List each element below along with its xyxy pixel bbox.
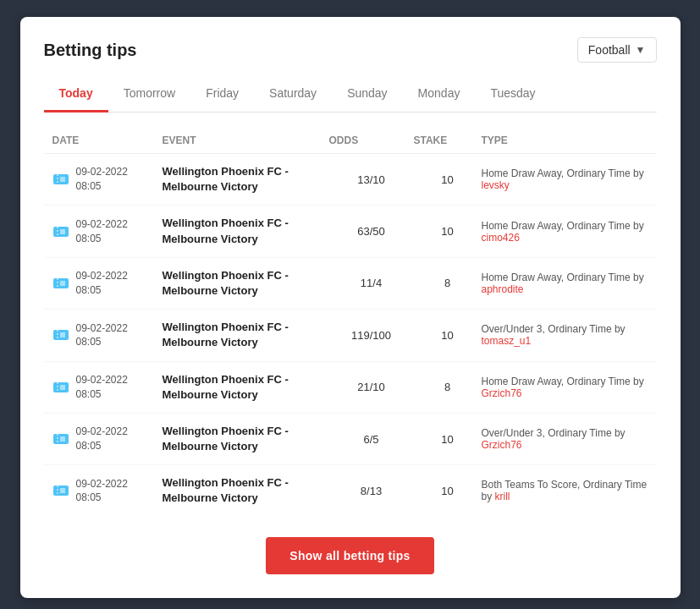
type-cell: Both Teams To Score, Ordinary Time by kr… [482,479,648,502]
stake-cell: 10 [414,433,482,446]
column-header-date: DATE [52,134,163,146]
user-link[interactable]: krill [495,491,510,502]
date-cell: 09-02-202208:05 [52,269,163,298]
card-header: Betting tips Football ▼ [44,37,657,63]
type-cell: Over/Under 3, Ordinary Time by tomasz_u1 [482,323,648,347]
odds-cell: 21/10 [329,381,414,393]
date-cell: 09-02-202208:05 [52,477,163,506]
date-cell: 09-02-202208:05 [52,217,163,246]
stake-cell: 10 [414,485,482,497]
ticket-icon [52,326,69,343]
type-prefix: Home Draw Away, Ordinary Time by [482,167,644,179]
tab-tomorrow[interactable]: Tomorrow [108,80,190,112]
ticket-icon [52,379,69,396]
odds-cell: 63/50 [329,225,414,238]
type-prefix: Over/Under 3, Ordinary Time by [482,427,626,439]
type-prefix: Home Draw Away, Ordinary Time by [482,272,644,283]
odds-cell: 6/5 [329,433,414,446]
event-cell: Wellington Phoenix FC - Melbourne Victor… [163,320,329,350]
column-header-event: EVENT [163,134,329,146]
type-prefix: Home Draw Away, Ordinary Time by [482,376,644,387]
table-body: 09-02-202208:05Wellington Phoenix FC - M… [44,154,657,517]
page-title: Betting tips [44,41,137,60]
stake-cell: 10 [414,329,482,342]
type-cell: Home Draw Away, Ordinary Time by cimo426 [482,220,648,244]
tab-monday[interactable]: Monday [403,80,476,112]
date-text: 09-02-202208:05 [76,373,128,402]
ticket-icon [52,482,69,499]
date-text: 09-02-202208:05 [76,477,128,506]
event-cell: Wellington Phoenix FC - Melbourne Victor… [163,268,329,299]
table-header: DATEEVENTODDSSTAKETYPE [44,128,657,154]
odds-cell: 11/4 [329,277,414,289]
column-header-odds: ODDS [329,134,414,146]
sport-filter-label: Football [588,43,631,57]
odds-cell: 13/10 [329,173,414,186]
tab-tuesday[interactable]: Tuesday [475,80,550,112]
stake-cell: 8 [414,381,482,393]
odds-cell: 8/13 [329,485,414,497]
table-row: 09-02-202208:05Wellington Phoenix FC - M… [44,414,657,465]
table-row: 09-02-202208:05Wellington Phoenix FC - M… [44,465,657,516]
event-cell: Wellington Phoenix FC - Melbourne Victor… [163,424,329,454]
date-cell: 09-02-202208:05 [52,425,163,453]
table-row: 09-02-202208:05Wellington Phoenix FC - M… [44,154,657,206]
stake-cell: 10 [414,173,482,186]
chevron-down-icon: ▼ [636,44,646,56]
date-text: 09-02-202208:05 [76,321,128,350]
show-all-button[interactable]: Show all betting tips [266,537,433,574]
user-link[interactable]: tomasz_u1 [482,335,532,347]
user-link[interactable]: Grzich76 [482,439,522,451]
date-text: 09-02-202208:05 [76,217,128,246]
stake-cell: 10 [414,225,482,238]
date-cell: 09-02-202208:05 [52,321,163,350]
event-cell: Wellington Phoenix FC - Melbourne Victor… [163,164,329,195]
ticket-icon [52,223,69,240]
stake-cell: 8 [414,277,482,289]
type-cell: Over/Under 3, Ordinary Time by Grzich76 [482,427,648,451]
type-cell: Home Draw Away, Ordinary Time by aphrodi… [482,272,648,295]
event-cell: Wellington Phoenix FC - Melbourne Victor… [163,475,329,506]
sport-filter-button[interactable]: Football ▼ [577,37,657,63]
table-row: 09-02-202208:05Wellington Phoenix FC - M… [44,206,657,257]
tab-sunday[interactable]: Sunday [332,80,402,112]
betting-tips-card: Betting tips Football ▼ TodayTomorrowFri… [20,17,681,598]
type-prefix: Over/Under 3, Ordinary Time by [482,323,626,335]
date-text: 09-02-202208:05 [76,425,128,453]
event-cell: Wellington Phoenix FC - Melbourne Victor… [163,216,329,246]
ticket-icon [52,171,69,188]
tab-saturday[interactable]: Saturday [254,80,332,112]
table-row: 09-02-202208:05Wellington Phoenix FC - M… [44,258,657,310]
date-text: 09-02-202208:05 [76,269,128,298]
tab-friday[interactable]: Friday [190,80,254,112]
user-link[interactable]: levsky [482,179,510,191]
ticket-icon [52,431,69,447]
type-cell: Home Draw Away, Ordinary Time by levsky [482,167,648,191]
date-cell: 09-02-202208:05 [52,165,163,194]
column-header-type: TYPE [482,134,648,146]
event-cell: Wellington Phoenix FC - Melbourne Victor… [163,372,329,403]
type-prefix: Home Draw Away, Ordinary Time by [482,220,644,232]
tabs-container: TodayTomorrowFridaySaturdaySundayMondayT… [44,80,657,112]
odds-cell: 119/100 [329,329,414,342]
column-header-stake: STAKE [414,134,482,146]
user-link[interactable]: aphrodite [482,283,524,295]
tab-today[interactable]: Today [44,80,108,112]
date-cell: 09-02-202208:05 [52,373,163,402]
user-link[interactable]: cimo426 [482,232,520,244]
type-cell: Home Draw Away, Ordinary Time by Grzich7… [482,376,648,399]
ticket-icon [52,275,69,292]
user-link[interactable]: Grzich76 [482,387,522,399]
table-row: 09-02-202208:05Wellington Phoenix FC - M… [44,362,657,414]
table-row: 09-02-202208:05Wellington Phoenix FC - M… [44,310,657,361]
date-text: 09-02-202208:05 [76,165,128,194]
